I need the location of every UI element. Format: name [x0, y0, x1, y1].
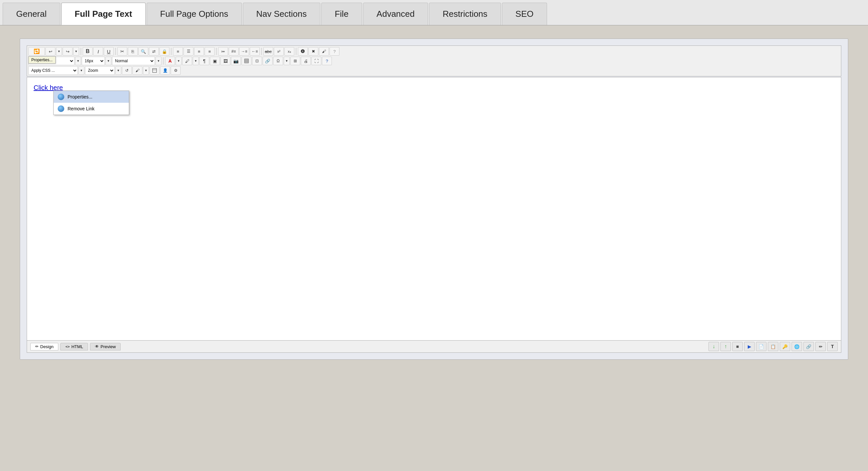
context-menu-properties[interactable]: Properties...	[54, 91, 129, 103]
person-btn[interactable]: 👤	[160, 66, 170, 75]
css-apply-dropdown[interactable]: ▼	[79, 66, 84, 75]
sep1	[81, 48, 81, 55]
down-arrow-btn[interactable]: ↓	[709, 342, 719, 351]
redo-button[interactable]: ↪	[63, 47, 72, 56]
text-color-button[interactable]: 🅐	[298, 47, 308, 56]
tableprops-btn[interactable]: ⊡	[252, 57, 262, 65]
tab-file[interactable]: File	[321, 3, 362, 25]
image-btn[interactable]: 🖼	[220, 57, 230, 65]
cut-button[interactable]: ✂	[117, 47, 127, 56]
font-color-btn[interactable]: A	[165, 57, 175, 65]
style-select[interactable]: Normal Heading 1 Heading 2 Heading 3	[112, 57, 155, 65]
html-tab[interactable]: <> HTML	[60, 343, 88, 350]
highlight-btn[interactable]: 🖊	[182, 57, 192, 65]
sep5	[261, 48, 262, 55]
sep2	[115, 48, 116, 55]
icon4-btn[interactable]: 🌐	[792, 342, 802, 351]
video-btn[interactable]: ▶	[744, 342, 755, 351]
help-button[interactable]: ?	[330, 47, 339, 56]
help2-btn[interactable]: ?	[322, 57, 332, 65]
tab-full-page-options[interactable]: Full Page Options	[147, 3, 242, 25]
toolbar-row-3: Apply CSS ... ▼ Zoom 50% 75% 100% 150% ▼…	[28, 66, 840, 75]
align-justify-button[interactable]: ≡	[205, 47, 215, 56]
style-dropdown[interactable]: ▼	[156, 57, 161, 65]
zoom-dropdown[interactable]: ▼	[115, 66, 121, 75]
tab-restrictions[interactable]: Restrictions	[429, 3, 501, 25]
remove-format-button[interactable]: ✖	[308, 47, 318, 56]
icon5-btn[interactable]: 🔗	[803, 342, 814, 351]
context-menu-remove-link[interactable]: Remove Link	[54, 103, 129, 114]
tab-seo[interactable]: SEO	[502, 3, 547, 25]
indent-button[interactable]: →≡	[239, 47, 249, 56]
print-btn[interactable]: 🖨	[301, 57, 311, 65]
font-size-dropdown[interactable]: ▼	[105, 57, 112, 65]
link-btn[interactable]: 🔗	[262, 57, 273, 65]
properties-tooltip: Properties...	[28, 56, 56, 64]
icon6-btn[interactable]: ✏	[815, 342, 826, 351]
sep3	[171, 48, 172, 55]
paste-button[interactable]: 🔁	[28, 47, 45, 56]
undo-dropdown[interactable]: ▼	[56, 47, 62, 56]
html-icon: <>	[65, 344, 69, 349]
outdent-button[interactable]: ←≡	[250, 47, 260, 56]
align-center-button[interactable]: ☰	[184, 47, 193, 56]
icon7-btn[interactable]: T	[827, 342, 838, 351]
icon3-btn[interactable]: 🔑	[780, 342, 790, 351]
sep4	[216, 48, 217, 55]
up-arrow-btn[interactable]: ↑	[720, 342, 731, 351]
editor-link[interactable]: Click here	[34, 84, 63, 91]
tab-general[interactable]: General	[3, 3, 60, 25]
block-btn[interactable]: ▣	[210, 57, 220, 65]
bottom-toolbar: ✏ Design <> HTML 👁 Preview ↓ ↑ ■ ▶ 📄 📋 🔑…	[27, 341, 841, 353]
find-button[interactable]: 🔍	[138, 47, 148, 56]
table-btn[interactable]	[242, 57, 251, 65]
bottom-icons: ↓ ↑ ■ ▶ 📄 📋 🔑 🌐 🔗 ✏ T	[709, 342, 838, 351]
icon1-btn[interactable]: 📄	[756, 342, 767, 351]
image2-btn[interactable]: 📷	[231, 57, 241, 65]
symbol-btn[interactable]: Ω	[273, 57, 283, 65]
settings-btn[interactable]: ⚙	[171, 66, 181, 75]
redo-dropdown[interactable]: ▼	[73, 47, 79, 56]
source-btn[interactable]: ⛶	[311, 57, 321, 65]
paragraph-btn[interactable]: ¶	[199, 57, 209, 65]
stop-btn[interactable]: ■	[732, 342, 743, 351]
tab-advanced[interactable]: Advanced	[363, 3, 428, 25]
template-btn[interactable]: ⊞	[290, 57, 300, 65]
lock-button[interactable]: 🔒	[159, 47, 169, 56]
toolbar-row-1: 🔁 Properties... ↩ ▼ ↪ ▼ B I U ✂ ⎘ 🔍 ⇄ 🔒	[28, 47, 840, 56]
undo2-btn[interactable]: ↺	[122, 66, 132, 75]
preview-tab[interactable]: 👁 Preview	[90, 343, 121, 350]
sep6	[296, 48, 296, 55]
editor-container: 🔁 Properties... ↩ ▼ ↪ ▼ B I U ✂ ⎘ 🔍 ⇄ 🔒	[20, 38, 848, 360]
highlight-dropdown[interactable]: ▼	[193, 57, 199, 65]
table3-btn[interactable]	[150, 66, 159, 75]
paint-dropdown[interactable]: ▼	[143, 66, 149, 75]
editor-area[interactable]: Click here Properties... Remove Link	[27, 77, 841, 341]
font-size-select[interactable]: 16px 12px 14px 18px	[82, 57, 105, 65]
copy-button[interactable]: ⎘	[128, 47, 138, 56]
subscript-button[interactable]: x₂	[284, 47, 294, 56]
superscript-button[interactable]: x²	[274, 47, 284, 56]
tab-nav-sections[interactable]: Nav Sections	[243, 3, 320, 25]
remove-link-icon	[58, 105, 64, 112]
zoom-select[interactable]: Zoom 50% 75% 100% 150%	[85, 66, 115, 75]
css-apply-select[interactable]: Apply CSS ...	[28, 66, 78, 75]
bold-button[interactable]: B	[83, 47, 93, 56]
ordered-list-button[interactable]: #≡	[229, 47, 239, 56]
font-family-dropdown[interactable]: ▼	[75, 57, 81, 65]
icon2-btn[interactable]: 📋	[768, 342, 778, 351]
undo-button[interactable]: ↩	[45, 47, 55, 56]
italic-button[interactable]: I	[93, 47, 103, 56]
format-painter-button[interactable]: 🖌	[319, 47, 329, 56]
underline-button[interactable]: U	[104, 47, 114, 56]
strikethrough-button[interactable]: abc	[263, 47, 273, 56]
unordered-list-button[interactable]: ≔	[218, 47, 228, 56]
paint-btn[interactable]: 🖌	[132, 66, 142, 75]
design-tab[interactable]: ✏ Design	[30, 343, 58, 350]
tab-full-page-text[interactable]: Full Page Text	[61, 3, 146, 25]
align-right-button[interactable]: ≡	[194, 47, 204, 56]
symbol-dropdown[interactable]: ▼	[284, 57, 290, 65]
align-left-button[interactable]: ≡	[173, 47, 183, 56]
font-color-dropdown[interactable]: ▼	[176, 57, 182, 65]
replace-button[interactable]: ⇄	[149, 47, 159, 56]
